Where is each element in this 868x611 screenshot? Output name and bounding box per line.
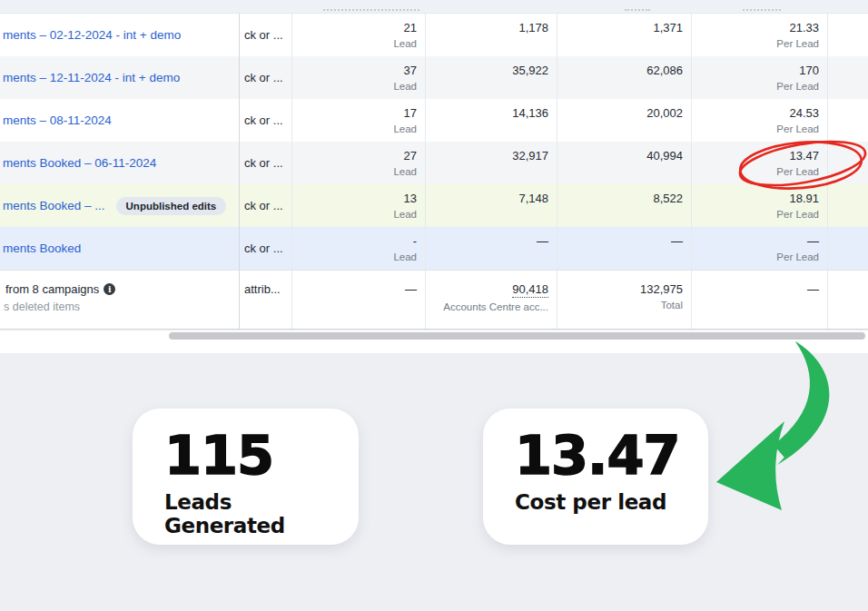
- header-dash: [323, 9, 419, 11]
- table-row: ments – 08-11-2024 ck or ... 17Lead 14,1…: [0, 99, 868, 142]
- reach-cell: —: [425, 227, 557, 270]
- leads-generated-value: 115: [164, 429, 359, 483]
- cost-per-result-cell: 18.91Per Lead: [691, 184, 827, 227]
- results-table-area: ments – 02-12-2024 - int + demo ck or ..…: [0, 0, 868, 353]
- totals-impressions-cell: 132,975Total: [557, 271, 691, 329]
- totals-results-cell: —: [291, 271, 425, 329]
- leads-generated-label: Leads Generated: [164, 490, 359, 537]
- cost-per-result-cell-highlighted: 13.47Per Lead: [691, 142, 827, 184]
- impressions-cell: 8,522: [557, 184, 691, 227]
- campaign-link[interactable]: ments – 08-11-2024: [3, 113, 112, 127]
- campaign-link[interactable]: ments – 12-11-2024 - int + demo: [3, 71, 180, 84]
- campaign-link[interactable]: ments Booked – 06-11-2024: [3, 156, 156, 170]
- table-header-remnant: [0, 0, 868, 14]
- empty-cell: [827, 184, 868, 227]
- impressions-cell: 40,994: [557, 142, 691, 184]
- campaign-link[interactable]: ments Booked: [3, 241, 81, 255]
- impressions-cell: 20,002: [557, 99, 691, 142]
- reach-cell: 32,917: [425, 142, 557, 184]
- attribution-cell: attrib...: [240, 271, 291, 329]
- empty-cell: [827, 99, 868, 142]
- totals-row: from 8 campaignsi s deleted items attrib…: [0, 270, 868, 329]
- empty-cell: [827, 14, 868, 56]
- impressions-cell: —: [557, 227, 691, 270]
- table-row: ments Booked – 06-11-2024 ck or ... 27Le…: [0, 142, 868, 184]
- results-cell: 21Lead: [291, 14, 425, 56]
- attribution-cell: ck or ...: [240, 99, 291, 142]
- header-dash: [743, 9, 781, 11]
- empty-cell: [827, 142, 868, 184]
- totals-label: from 8 campaigns: [5, 282, 99, 296]
- reach-cell: 1,178: [425, 14, 557, 56]
- reach-cell: 7,148: [425, 184, 557, 227]
- cost-per-result-cell: 24.53Per Lead: [691, 99, 827, 142]
- impressions-cell: 1,371: [557, 14, 691, 56]
- cost-per-result-cell: —Per Lead: [691, 227, 827, 270]
- totals-cost-cell: —: [691, 271, 827, 329]
- table-row: ments Booked – ...Unpublished edits ck o…: [0, 184, 868, 227]
- leads-generated-card: 115 Leads Generated: [133, 409, 359, 545]
- empty-cell: [827, 271, 868, 329]
- results-cell: 13Lead: [291, 184, 425, 227]
- cost-per-lead-value: 13.47: [515, 429, 708, 483]
- table-row: ments Booked ck or ... -Lead — — —Per Le…: [0, 227, 868, 270]
- attribution-cell: ck or ...: [240, 227, 291, 270]
- results-cell: 37Lead: [291, 56, 425, 99]
- header-dash: [625, 9, 650, 11]
- results-cell: 17Lead: [291, 99, 425, 142]
- reach-cell: 35,922: [425, 56, 557, 99]
- horizontal-scrollbar-thumb[interactable]: [169, 332, 865, 340]
- unpublished-edits-badge: Unpublished edits: [116, 197, 227, 215]
- results-cell: 27Lead: [291, 142, 425, 184]
- table-row: ments – 02-12-2024 - int + demo ck or ..…: [0, 14, 868, 56]
- empty-cell: [827, 227, 868, 270]
- impressions-cell: 62,086: [557, 56, 691, 99]
- info-icon[interactable]: i: [104, 283, 115, 295]
- page: { "table": { "rows": [ {"name": "ments –…: [0, 0, 868, 611]
- green-arrow-annotation: [716, 341, 829, 510]
- campaign-link[interactable]: ments Booked – ...: [3, 199, 105, 212]
- cost-per-lead-label: Cost per lead: [515, 490, 708, 514]
- campaigns-table: ments – 02-12-2024 - int + demo ck or ..…: [0, 0, 868, 330]
- attribution-cell: ck or ...: [240, 14, 291, 56]
- cost-per-result-cell: 170Per Lead: [691, 56, 827, 99]
- totals-reach-cell: 90,418Accounts Centre acc...: [425, 271, 557, 329]
- totals-sublabel: s deleted items: [3, 301, 80, 313]
- attribution-cell: ck or ...: [240, 184, 291, 227]
- results-cell: -Lead: [291, 227, 425, 270]
- empty-cell: [827, 56, 868, 99]
- cost-per-lead-card: 13.47 Cost per lead: [483, 409, 708, 545]
- campaign-link[interactable]: ments – 02-12-2024 - int + demo: [3, 28, 181, 42]
- reach-cell: 14,136: [425, 99, 557, 142]
- attribution-cell: ck or ...: [240, 142, 291, 184]
- table-row: ments – 12-11-2024 - int + demo ck or ..…: [0, 56, 868, 99]
- attribution-cell: ck or ...: [240, 56, 291, 99]
- cost-per-result-cell: 21.33Per Lead: [691, 14, 827, 56]
